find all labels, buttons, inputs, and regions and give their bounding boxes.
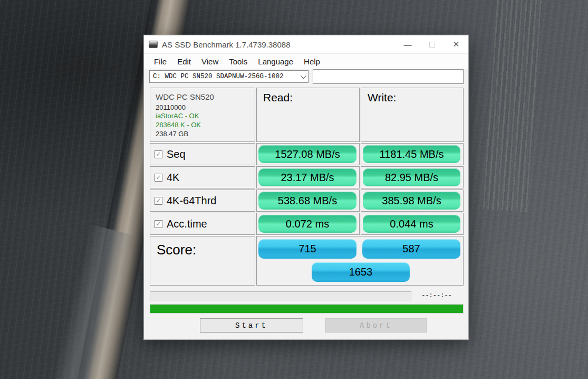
abort-button: Abort bbox=[325, 318, 427, 333]
title-bar[interactable]: AS SSD Benchmark 1.7.4739.38088 — ✕ bbox=[144, 35, 468, 53]
chevron-down-icon bbox=[301, 73, 306, 79]
score-label-cell: Score: bbox=[150, 236, 255, 286]
4k-label: 4K bbox=[167, 172, 179, 184]
maximize-button[interactable] bbox=[420, 35, 444, 53]
drive-info-panel: WDC PC SN520 20110000 iaStorAC - OK 2836… bbox=[150, 88, 255, 142]
score-panel: 715 587 1653 bbox=[256, 236, 464, 286]
4k64thrd-checkbox[interactable] bbox=[155, 197, 162, 205]
overall-progress-bar bbox=[150, 304, 464, 314]
4k64thrd-write-value: 385.98 MB/s bbox=[363, 192, 460, 210]
seq-write-value: 1181.45 MB/s bbox=[363, 145, 460, 163]
target-input[interactable] bbox=[313, 69, 464, 84]
score-label: Score: bbox=[157, 242, 196, 258]
seq-read-value: 1527.08 MB/s bbox=[258, 145, 356, 163]
4k64thrd-label: 4K-64Thrd bbox=[167, 195, 217, 207]
as-ssd-benchmark-window: AS SSD Benchmark 1.7.4739.38088 — ✕ File… bbox=[143, 35, 469, 340]
drive-model: WDC PC SN520 bbox=[156, 92, 249, 102]
time-remaining: --:--:-- bbox=[414, 292, 459, 299]
menu-file[interactable]: File bbox=[149, 55, 172, 68]
offset-status: 283648 K - OK bbox=[156, 121, 249, 130]
close-button[interactable]: ✕ bbox=[444, 35, 468, 53]
row-4k64thrd: 4K-64Thrd bbox=[150, 190, 255, 212]
drive-select-dropdown[interactable]: C: WDC PC SN520 SDAPNUW-256G-1002 bbox=[149, 70, 309, 83]
4k-write-value: 82.95 MB/s bbox=[363, 168, 460, 186]
drive-select-value: C: WDC PC SN520 SDAPNUW-256G-1002 bbox=[153, 73, 284, 80]
score-read: 715 bbox=[258, 239, 356, 259]
seq-checkbox[interactable] bbox=[155, 150, 162, 158]
4k64thrd-read-value: 538.68 MB/s bbox=[258, 192, 356, 210]
menu-bar: File Edit View Tools Language Help bbox=[144, 53, 468, 69]
acctime-label: Acc.time bbox=[167, 218, 207, 230]
read-column-header: Read: bbox=[256, 88, 360, 142]
menu-view[interactable]: View bbox=[196, 55, 224, 68]
4k-checkbox[interactable] bbox=[155, 174, 162, 182]
write-column-header: Write: bbox=[361, 88, 464, 142]
seq-label: Seq bbox=[167, 148, 186, 160]
drive-capacity: 238.47 GB bbox=[156, 130, 249, 139]
menu-edit[interactable]: Edit bbox=[172, 55, 196, 68]
app-drive-icon bbox=[149, 41, 158, 48]
results-grid: WDC PC SN520 20110000 iaStorAC - OK 2836… bbox=[150, 88, 464, 286]
menu-tools[interactable]: Tools bbox=[224, 55, 253, 68]
acctime-read-value: 0.072 ms bbox=[258, 215, 356, 233]
row-seq: Seq bbox=[150, 143, 255, 165]
acctime-checkbox[interactable] bbox=[155, 220, 162, 228]
driver-status: iaStorAC - OK bbox=[156, 112, 249, 121]
acctime-write-value: 0.044 ms bbox=[363, 215, 460, 233]
menu-help[interactable]: Help bbox=[298, 55, 325, 68]
score-write: 587 bbox=[362, 239, 460, 259]
drive-firmware: 20110000 bbox=[156, 103, 249, 112]
score-total: 1653 bbox=[312, 262, 410, 282]
test-progress-bar bbox=[150, 291, 411, 300]
menu-language[interactable]: Language bbox=[253, 55, 298, 68]
window-title: AS SSD Benchmark 1.7.4739.38088 bbox=[162, 40, 291, 49]
row-4k: 4K bbox=[150, 166, 255, 188]
start-button[interactable]: Start bbox=[200, 318, 303, 333]
minimize-button[interactable]: — bbox=[396, 35, 420, 53]
4k-read-value: 23.17 MB/s bbox=[258, 168, 356, 186]
row-acctime: Acc.time bbox=[150, 213, 255, 235]
maximize-icon bbox=[429, 42, 435, 48]
